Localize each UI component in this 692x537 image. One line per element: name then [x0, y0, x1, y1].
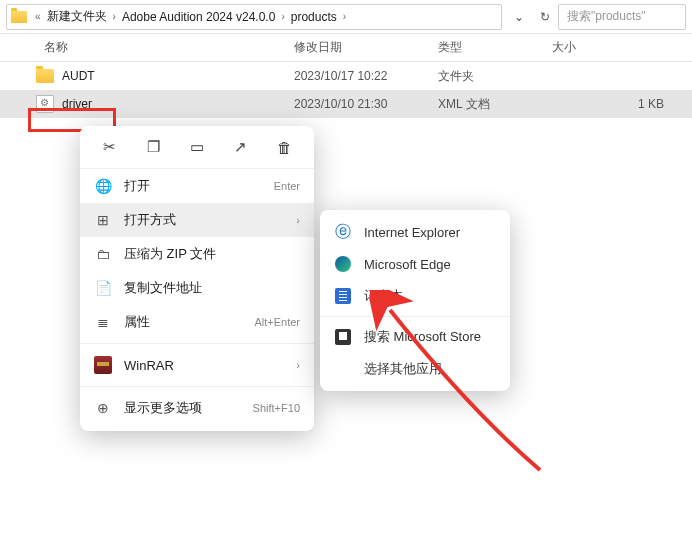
file-row-audt[interactable]: AUDT 2023/10/17 10:22 文件夹: [0, 62, 692, 90]
file-list: AUDT 2023/10/17 10:22 文件夹 driver 2023/10…: [0, 62, 692, 118]
winrar-icon: [94, 356, 112, 374]
menu-open-with[interactable]: ⊞ 打开方式 ›: [80, 203, 314, 237]
file-type: XML 文档: [438, 96, 552, 113]
file-name: AUDT: [62, 69, 95, 83]
separator: [80, 386, 314, 387]
store-icon: [335, 329, 351, 345]
chevron-right-icon: ›: [296, 359, 300, 371]
notepad-icon: [335, 288, 351, 304]
chevron-right-icon: ›: [296, 214, 300, 226]
internet-explorer-icon: ⓔ: [334, 223, 352, 241]
file-size: 1 KB: [552, 97, 692, 111]
submenu-store[interactable]: 搜索 Microsoft Store: [320, 321, 510, 353]
chevron-right-icon: ›: [113, 11, 116, 22]
dropdown-icon[interactable]: ⌄: [506, 4, 532, 30]
chevron-right-icon: ›: [343, 11, 346, 22]
chevron-right-icon: ›: [281, 11, 284, 22]
cut-icon[interactable]: ✂: [97, 134, 123, 160]
submenu-ie[interactable]: ⓔ Internet Explorer: [320, 216, 510, 248]
search-input[interactable]: 搜索"products": [558, 4, 686, 30]
file-type: 文件夹: [438, 68, 552, 85]
file-date: 2023/10/17 10:22: [294, 69, 438, 83]
address-toolbar: « 新建文件夹 › Adobe Audition 2024 v24.0.0 › …: [0, 0, 692, 34]
separator: [80, 343, 314, 344]
breadcrumb-item[interactable]: 新建文件夹: [45, 8, 109, 25]
submenu-edge[interactable]: Microsoft Edge: [320, 248, 510, 280]
menu-properties[interactable]: ≣ 属性 Alt+Enter: [80, 305, 314, 339]
search-placeholder: 搜索"products": [567, 8, 646, 25]
share-icon[interactable]: ↗: [228, 134, 254, 160]
xml-icon: [36, 95, 54, 113]
col-name[interactable]: 名称: [44, 39, 294, 56]
open-with-submenu: ⓔ Internet Explorer Microsoft Edge 记事本 搜…: [320, 210, 510, 391]
globe-icon: 🌐: [94, 178, 112, 194]
separator: [320, 316, 510, 317]
file-row-driver[interactable]: driver 2023/10/10 21:30 XML 文档 1 KB: [0, 90, 692, 118]
folder-icon: [11, 11, 27, 23]
menu-open[interactable]: 🌐 打开 Enter: [80, 169, 314, 203]
more-icon: ⊕: [94, 400, 112, 416]
copy-icon[interactable]: ❐: [140, 134, 166, 160]
breadcrumb-item[interactable]: products: [289, 10, 339, 24]
delete-icon[interactable]: 🗑: [271, 134, 297, 160]
col-size[interactable]: 大小: [552, 39, 692, 56]
breadcrumb-item[interactable]: Adobe Audition 2024 v24.0.0: [120, 10, 277, 24]
col-date[interactable]: 修改日期: [294, 39, 438, 56]
open-with-icon: ⊞: [94, 212, 112, 228]
menu-zip[interactable]: 🗀 压缩为 ZIP 文件: [80, 237, 314, 271]
breadcrumb[interactable]: « 新建文件夹 › Adobe Audition 2024 v24.0.0 › …: [6, 4, 502, 30]
context-toolbar: ✂ ❐ ▭ ↗ 🗑: [80, 132, 314, 169]
menu-winrar[interactable]: WinRAR ›: [80, 348, 314, 382]
refresh-icon[interactable]: ↻: [532, 4, 558, 30]
rename-icon[interactable]: ▭: [184, 134, 210, 160]
column-header: 名称 修改日期 类型 大小: [0, 34, 692, 62]
file-name: driver: [62, 97, 92, 111]
properties-icon: ≣: [94, 314, 112, 330]
blank-icon: [334, 360, 352, 378]
menu-copy-path[interactable]: 📄 复制文件地址: [80, 271, 314, 305]
context-menu: ✂ ❐ ▭ ↗ 🗑 🌐 打开 Enter ⊞ 打开方式 › 🗀 压缩为 ZIP …: [80, 126, 314, 431]
submenu-other[interactable]: 选择其他应用: [320, 353, 510, 385]
folder-icon: [36, 69, 54, 83]
col-type[interactable]: 类型: [438, 39, 552, 56]
submenu-notepad[interactable]: 记事本: [320, 280, 510, 312]
menu-more-options[interactable]: ⊕ 显示更多选项 Shift+F10: [80, 391, 314, 425]
chevron-icon: «: [35, 11, 41, 22]
file-date: 2023/10/10 21:30: [294, 97, 438, 111]
path-icon: 📄: [94, 280, 112, 296]
zip-icon: 🗀: [94, 246, 112, 262]
edge-icon: [335, 256, 351, 272]
